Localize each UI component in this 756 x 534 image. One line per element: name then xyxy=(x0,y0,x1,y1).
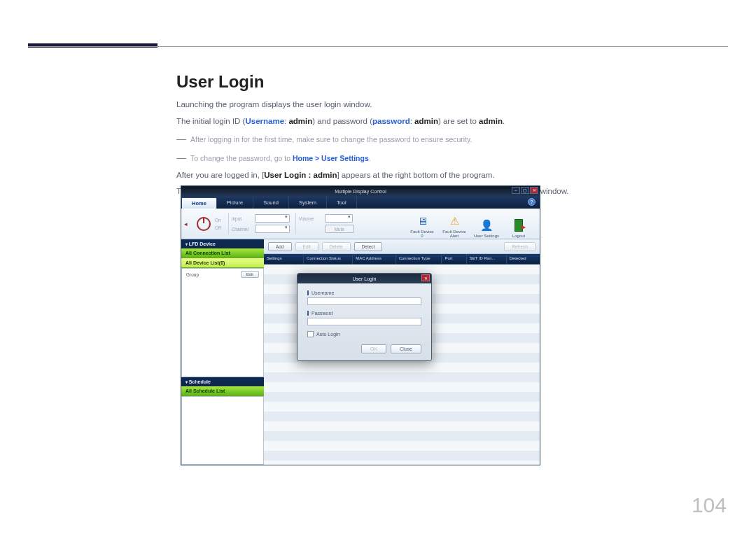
lfd-device-header[interactable]: LFD Device xyxy=(181,239,264,248)
password-field-label: Password xyxy=(307,311,333,316)
close-button[interactable]: Close xyxy=(391,344,421,353)
fault-device-alert[interactable]: ⚠ Fault Device Alert xyxy=(439,210,470,238)
all-connection-list[interactable]: All Connection List xyxy=(181,248,264,258)
username-field-label: Username xyxy=(307,290,334,295)
intro-text: Launching the program displays the user … xyxy=(176,100,372,108)
schedule-header[interactable]: Schedule xyxy=(181,377,264,386)
maximize-button[interactable]: ▢ xyxy=(521,187,529,194)
dialog-close-button[interactable]: ✕ xyxy=(421,274,430,281)
volume-select[interactable] xyxy=(325,214,353,223)
mute-button[interactable]: Mute xyxy=(325,225,354,233)
channel-select[interactable] xyxy=(255,225,290,233)
input-select[interactable] xyxy=(255,214,290,223)
tab-home[interactable]: Home xyxy=(181,197,217,209)
chevron-left-icon[interactable]: ◂ xyxy=(184,220,190,227)
volume-label: Volume xyxy=(299,216,323,221)
left-panel: LFD Device All Connection List All Devic… xyxy=(181,239,264,465)
tab-picture[interactable]: Picture xyxy=(217,196,253,209)
username-label: Username xyxy=(245,117,284,125)
monitor-icon: 🖥 xyxy=(414,213,430,229)
security-note: After logging in for the first time, mak… xyxy=(190,134,472,146)
logout[interactable]: ▶ Logout xyxy=(503,210,534,238)
dialog-title: User Login xyxy=(353,276,377,281)
help-icon[interactable]: ? xyxy=(528,198,536,206)
table-header: Settings Connection Status MAC Address C… xyxy=(264,254,540,265)
door-icon: ▶ xyxy=(511,218,526,233)
app-title: Multiple Display Control xyxy=(335,189,386,194)
edit-button[interactable]: Edit xyxy=(295,242,318,251)
edit-group-button[interactable]: Edit xyxy=(241,271,259,278)
all-device-list[interactable]: All Device List(0) xyxy=(181,258,264,268)
user-icon: 👤 xyxy=(479,218,494,233)
user-settings[interactable]: 👤 User Settings xyxy=(471,210,502,238)
title-bar: Multiple Display Control – ▢ ✕ xyxy=(181,186,540,196)
add-button[interactable]: Add xyxy=(268,242,292,251)
menu-bar: Home Picture Sound System Tool ? xyxy=(181,196,540,209)
power-icon[interactable] xyxy=(197,217,211,231)
page-number: 104 xyxy=(692,493,727,517)
tab-sound[interactable]: Sound xyxy=(253,196,289,209)
delete-button[interactable]: Delete xyxy=(322,242,351,251)
channel-label: Channel xyxy=(232,227,253,232)
username-input[interactable] xyxy=(307,297,421,305)
refresh-button[interactable]: Refresh xyxy=(504,242,536,251)
password-label: password xyxy=(372,117,410,125)
page-heading: User Login xyxy=(176,72,264,92)
tab-system[interactable]: System xyxy=(289,196,327,209)
auto-login-checkbox[interactable]: Auto Login xyxy=(307,331,421,337)
group-label: Group xyxy=(186,272,199,277)
power-on-label: On xyxy=(215,218,221,223)
home-toolbar: ◂ On Off Input Channel Volume xyxy=(181,209,540,239)
input-label: Input xyxy=(232,216,253,221)
password-input[interactable] xyxy=(307,318,421,325)
tab-tool[interactable]: Tool xyxy=(327,196,357,209)
fault-device-0[interactable]: 🖥 Fault Device 0 xyxy=(407,210,438,238)
detect-button[interactable]: Detect xyxy=(354,242,383,251)
power-off-label: Off xyxy=(215,225,221,230)
ok-button[interactable]: OK xyxy=(361,344,386,353)
all-schedule-list[interactable]: All Schedule List xyxy=(181,386,264,396)
close-window-button[interactable]: ✕ xyxy=(530,187,538,194)
app-window: Multiple Display Control – ▢ ✕ Home Pict… xyxy=(181,185,540,465)
minimize-button[interactable]: – xyxy=(512,187,520,194)
warning-icon: ⚠ xyxy=(447,213,462,229)
user-login-dialog: User Login ✕ Username Password Auto Logi… xyxy=(297,273,432,361)
